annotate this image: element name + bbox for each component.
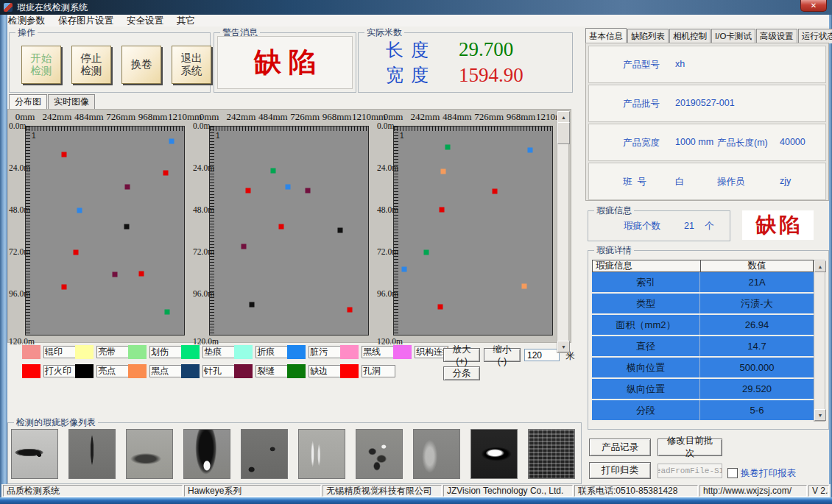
close-button[interactable]: ✕	[800, 0, 827, 12]
defect-point[interactable]	[61, 285, 66, 290]
defect-point[interactable]	[401, 266, 406, 271]
right-tab-5[interactable]: 运行状态信息	[798, 29, 832, 43]
defect-point[interactable]	[285, 185, 290, 190]
scrollbar-thumb[interactable]	[557, 122, 570, 144]
defect-point[interactable]	[348, 308, 353, 313]
read-from-file-button[interactable]: ReadFromFile-SIM	[658, 464, 722, 478]
defect-thumbnail[interactable]	[241, 429, 288, 479]
modify-batch-button[interactable]: 修改目前批次	[658, 439, 722, 456]
y-tick-label: 72.0m	[193, 247, 215, 256]
op-button-start[interactable]: 开始 检测	[21, 46, 61, 84]
defect-detail-row[interactable]: 类型污渍-大	[592, 294, 814, 315]
status-segment-1: Hawkeye系列	[184, 485, 321, 497]
defect-point[interactable]	[62, 152, 67, 157]
defect-thumbnail[interactable]	[183, 429, 230, 479]
defect-point[interactable]	[445, 144, 451, 149]
scroll-down-icon[interactable]: ▼	[557, 341, 570, 352]
defect-thumbnail[interactable]	[11, 429, 58, 479]
meters-group: 实际米数 长度29.700宽度1594.90	[358, 32, 573, 93]
split-button[interactable]: 分条	[443, 366, 480, 380]
defect-thumbnail[interactable]	[470, 429, 518, 479]
legend-swatch	[128, 345, 147, 359]
defect-point[interactable]	[527, 147, 532, 152]
right-tab-1[interactable]: 缺陷列表	[627, 29, 669, 43]
defect-point[interactable]	[441, 168, 446, 174]
defect-thumbnail[interactable]	[528, 429, 575, 479]
menu-item-2[interactable]: 安全设置	[120, 15, 170, 27]
scroll-down-icon[interactable]: ▼	[814, 409, 826, 421]
defect-detail-row[interactable]: 横向位置500.000	[592, 358, 814, 379]
defect-point[interactable]	[521, 284, 526, 289]
zoom-out-button[interactable]: 缩小(-)	[484, 348, 521, 362]
defect-point[interactable]	[249, 302, 254, 308]
op-button-exit[interactable]: 退出 系统	[172, 46, 211, 84]
field-label: 班 号	[623, 176, 646, 188]
defect-point[interactable]	[424, 249, 429, 255]
defect-point[interactable]	[439, 207, 444, 213]
defect-detail-row[interactable]: 索引21A	[592, 272, 814, 294]
defect-thumbnail[interactable]	[413, 429, 460, 479]
print-classify-button[interactable]: 打印归类	[589, 462, 651, 479]
left-tab-1[interactable]: 实时图像	[48, 94, 95, 109]
op-button-change-roll[interactable]: 换卷	[121, 46, 161, 84]
legend-item: 折痕	[234, 345, 287, 359]
defect-detail-row[interactable]: 面积（mm2）26.94	[592, 315, 814, 336]
range-input[interactable]	[524, 349, 560, 361]
defect-point[interactable]	[163, 170, 169, 175]
defect-point[interactable]	[74, 249, 79, 255]
defect-point[interactable]	[138, 271, 144, 276]
right-tab-3[interactable]: I/O卡测试	[711, 29, 755, 43]
defect-point[interactable]	[437, 305, 443, 310]
defect-point[interactable]	[124, 224, 129, 230]
defect-detail-row[interactable]: 直径14.7	[592, 336, 814, 358]
plot-scrollbar[interactable]: ▲ ▼	[557, 110, 569, 353]
defect-point[interactable]	[169, 138, 174, 143]
defect-point[interactable]	[77, 208, 82, 213]
defect-point[interactable]	[492, 189, 497, 194]
defect-thumbnail[interactable]	[68, 429, 116, 479]
legend-label: 划伤	[149, 346, 183, 358]
scroll-up-icon[interactable]: ▲	[557, 111, 570, 123]
defect-point[interactable]	[112, 272, 117, 277]
view-tabs: 分布图实时图像	[9, 94, 96, 109]
detail-header-value: 数值	[701, 260, 813, 271]
zoom-in-button[interactable]: 放大(+)	[443, 348, 480, 362]
legend-swatch	[128, 364, 147, 378]
product-record-button[interactable]: 产品记录	[589, 439, 651, 456]
defect-field-name: 横向位置	[592, 358, 700, 377]
left-tab-0[interactable]: 分布图	[9, 94, 47, 109]
print-report-checkbox[interactable]	[727, 468, 738, 478]
defect-field-name: 分段	[592, 400, 700, 420]
defect-point[interactable]	[306, 188, 311, 194]
defect-point[interactable]	[242, 244, 247, 249]
defect-detail-row[interactable]: 纵向位置29.520	[592, 379, 814, 400]
menu-item-3[interactable]: 其它	[170, 15, 202, 27]
defect-point[interactable]	[337, 227, 342, 233]
menu-item-0[interactable]: 检测参数	[1, 15, 52, 27]
close-icon: ✕	[811, 1, 817, 10]
defect-field-value: 5-6	[700, 400, 814, 420]
right-tab-4[interactable]: 高级设置	[756, 29, 797, 43]
defect-thumbnail[interactable]	[356, 429, 403, 479]
legend-swatch	[287, 345, 306, 359]
detail-scrollbar[interactable]: ▲ ▼	[814, 260, 825, 422]
right-tab-2[interactable]: 相机控制	[669, 29, 711, 43]
print-report-checkbox-label[interactable]: 换卷打印报表	[741, 467, 796, 480]
menu-item-1[interactable]: 保存图片设置	[52, 15, 120, 27]
legend-swatch	[181, 345, 200, 359]
defect-point[interactable]	[165, 310, 170, 315]
defect-point[interactable]	[246, 188, 251, 194]
x-tick-label: 242mm	[43, 111, 72, 123]
defect-point[interactable]	[278, 224, 283, 230]
defect-point[interactable]	[124, 184, 130, 189]
legend-swatch	[22, 364, 40, 378]
right-tab-0[interactable]: 基本信息	[585, 28, 627, 43]
op-button-stop[interactable]: 停止 检测	[71, 46, 111, 84]
y-tick-label: 48.0m	[193, 205, 215, 214]
scroll-up-icon[interactable]: ▲	[814, 260, 826, 272]
defect-point[interactable]	[271, 168, 276, 173]
defect-thumbnail[interactable]	[126, 429, 173, 479]
status-segment-4: 联系电话:0510-85381428	[574, 485, 698, 497]
defect-detail-row[interactable]: 分段5-6	[592, 400, 814, 422]
defect-thumbnail[interactable]	[298, 429, 345, 479]
